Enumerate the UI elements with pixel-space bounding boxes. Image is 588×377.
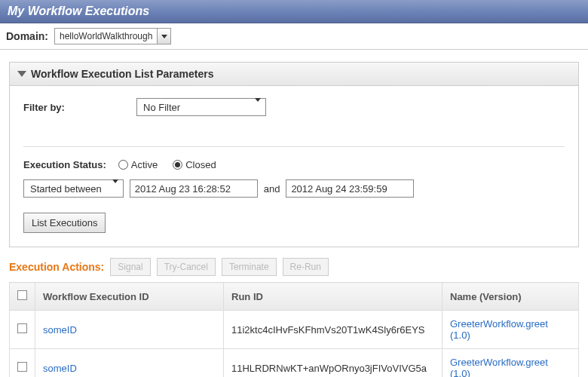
dropdown-button[interactable] bbox=[157, 29, 170, 44]
table-row: someID 11HLRDRNwKT+anWpORnyo3jFIVoVIVG5a… bbox=[10, 349, 579, 378]
radio-label: Closed bbox=[185, 159, 216, 170]
list-executions-button[interactable]: List Executions bbox=[23, 213, 106, 233]
domain-label: Domain: bbox=[6, 30, 48, 42]
header-run-id[interactable]: Run ID bbox=[224, 283, 443, 311]
wf-id-link[interactable]: someID bbox=[43, 363, 77, 374]
run-id-cell: 11HLRDRNwKT+anWpORnyo3jFIVoVIVG5a bbox=[224, 349, 443, 378]
header-name[interactable]: Name (Version) bbox=[443, 283, 579, 311]
status-row: Execution Status: Active Closed bbox=[23, 159, 565, 170]
executions-table: Workflow Execution ID Run ID Name (Versi… bbox=[9, 282, 579, 377]
params-panel-title: Workflow Execution List Parameters bbox=[31, 68, 213, 80]
date-mode-select[interactable]: Started between bbox=[23, 179, 124, 198]
page-title: My Workflow Executions bbox=[0, 0, 588, 23]
chevron-down-icon bbox=[108, 183, 123, 195]
run-id-cell: 11i2ktc4cIHvFsKFhmVs20T1wK4Sly6r6EYS bbox=[224, 311, 443, 349]
actions-title: Execution Actions: bbox=[9, 261, 104, 273]
filter-select[interactable]: No Filter bbox=[136, 98, 266, 116]
date-to-input[interactable]: 2012 Aug 24 23:59:59 bbox=[286, 179, 414, 198]
divider bbox=[23, 146, 565, 147]
checkbox[interactable] bbox=[17, 323, 27, 333]
params-panel-header[interactable]: Workflow Execution List Parameters bbox=[10, 63, 578, 86]
domain-value: helloWorldWalkthrough bbox=[55, 31, 157, 41]
signal-button[interactable]: Signal bbox=[110, 258, 150, 276]
date-mode-value: Started between bbox=[24, 183, 108, 195]
domain-select[interactable]: helloWorldWalkthrough bbox=[54, 28, 171, 44]
table-row: someID 11i2ktc4cIHvFsKFhmVs20T1wK4Sly6r6… bbox=[10, 311, 579, 349]
checkbox[interactable] bbox=[17, 290, 27, 300]
terminate-button[interactable]: Terminate bbox=[222, 258, 277, 276]
header-checkbox bbox=[10, 283, 35, 311]
radio-icon bbox=[118, 160, 128, 170]
checkbox[interactable] bbox=[17, 362, 27, 372]
filter-value: No Filter bbox=[137, 102, 250, 113]
status-radio-closed[interactable]: Closed bbox=[173, 159, 216, 170]
re-run-button[interactable]: Re-Run bbox=[283, 258, 329, 276]
wf-id-link[interactable]: someID bbox=[43, 324, 77, 336]
params-panel: Workflow Execution List Parameters Filte… bbox=[9, 62, 579, 247]
filter-label: Filter by: bbox=[23, 102, 129, 113]
try-cancel-button[interactable]: Try-Cancel bbox=[157, 258, 216, 276]
chevron-down-icon bbox=[250, 102, 265, 113]
radio-icon bbox=[173, 160, 182, 170]
status-radio-active[interactable]: Active bbox=[118, 159, 158, 170]
domain-bar: Domain: helloWorldWalkthrough bbox=[0, 23, 588, 50]
radio-label: Active bbox=[131, 159, 158, 170]
collapse-icon bbox=[17, 71, 26, 77]
and-label: and bbox=[264, 183, 280, 195]
wf-name-link[interactable]: GreeterWorkflow.greet (1.0) bbox=[450, 357, 548, 377]
actions-bar: Execution Actions: Signal Try-Cancel Ter… bbox=[9, 258, 579, 276]
header-wf-id[interactable]: Workflow Execution ID bbox=[35, 283, 224, 311]
status-label: Execution Status: bbox=[23, 159, 106, 170]
chevron-down-icon bbox=[161, 35, 167, 38]
wf-name-link[interactable]: GreeterWorkflow.greet (1.0) bbox=[450, 318, 548, 341]
date-from-input[interactable]: 2012 Aug 23 16:28:52 bbox=[130, 179, 258, 198]
